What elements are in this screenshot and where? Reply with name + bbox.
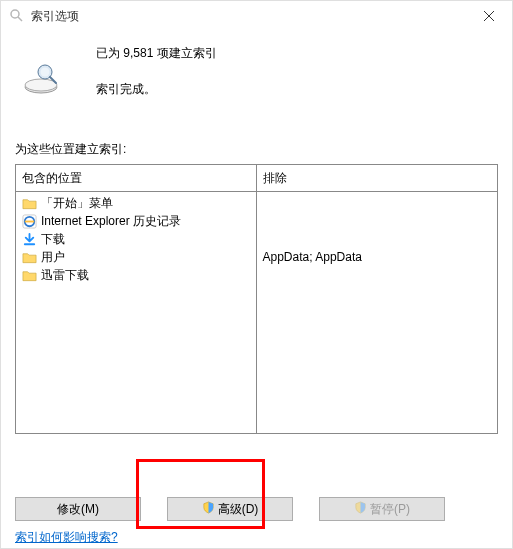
list-item[interactable]: 迅雷下载 — [22, 266, 250, 284]
folder-icon — [22, 268, 37, 283]
list-item-label: 迅雷下载 — [41, 267, 89, 284]
dialog-title: 索引选项 — [31, 8, 79, 25]
excluded-list: AppData; AppData — [257, 192, 498, 288]
help-link[interactable]: 索引如何影响搜索? — [15, 529, 118, 546]
included-column: 包含的位置 「开始」菜单 Internet Explorer 历史记录 — [16, 165, 257, 433]
button-label: 暂停(P) — [370, 501, 410, 518]
close-button[interactable] — [466, 1, 512, 31]
list-item[interactable]: 用户 — [22, 248, 250, 266]
close-icon — [484, 11, 494, 21]
modify-button[interactable]: 修改(M) — [15, 497, 141, 521]
shield-icon — [202, 501, 215, 517]
list-item[interactable]: 下载 — [22, 230, 250, 248]
excluded-item — [263, 230, 492, 248]
excluded-item — [263, 194, 492, 212]
ie-icon — [22, 214, 37, 229]
index-status-icon — [23, 63, 65, 95]
included-header: 包含的位置 — [16, 165, 256, 192]
titlebar: 索引选项 — [1, 1, 512, 31]
excluded-item — [263, 212, 492, 230]
pause-button: 暂停(P) — [319, 497, 445, 521]
list-item[interactable]: Internet Explorer 历史记录 — [22, 212, 250, 230]
status-area: 已为 9,581 项建立索引 索引完成。 — [1, 31, 512, 105]
advanced-button[interactable]: 高级(D) — [167, 497, 293, 521]
svg-point-7 — [41, 68, 50, 77]
included-list: 「开始」菜单 Internet Explorer 历史记录 下载 — [16, 192, 256, 288]
svg-point-0 — [11, 10, 19, 18]
shield-icon — [354, 501, 367, 517]
download-icon — [22, 232, 37, 247]
list-item-label: 「开始」菜单 — [41, 195, 113, 212]
folder-icon — [22, 250, 37, 265]
button-label: 修改(M) — [57, 501, 99, 518]
excluded-column: 排除 AppData; AppData — [257, 165, 498, 433]
locations-label: 为这些位置建立索引: — [15, 141, 512, 158]
folder-icon — [22, 196, 37, 211]
svg-point-5 — [25, 79, 57, 91]
app-icon — [9, 8, 25, 24]
button-label: 高级(D) — [218, 501, 259, 518]
list-item-label: 用户 — [41, 249, 65, 266]
excluded-item: AppData; AppData — [263, 248, 492, 266]
locations-box: 包含的位置 「开始」菜单 Internet Explorer 历史记录 — [15, 164, 498, 434]
status-line-count: 已为 9,581 项建立索引 — [96, 45, 217, 62]
excluded-header: 排除 — [257, 165, 498, 192]
list-item[interactable]: 「开始」菜单 — [22, 194, 250, 212]
status-line-complete: 索引完成。 — [96, 81, 156, 98]
svg-line-1 — [18, 17, 22, 21]
list-item-label: 下载 — [41, 231, 65, 248]
button-row: 修改(M) 高级(D) 暂停(P) — [15, 497, 498, 521]
excluded-item — [263, 266, 492, 284]
list-item-label: Internet Explorer 历史记录 — [41, 213, 181, 230]
